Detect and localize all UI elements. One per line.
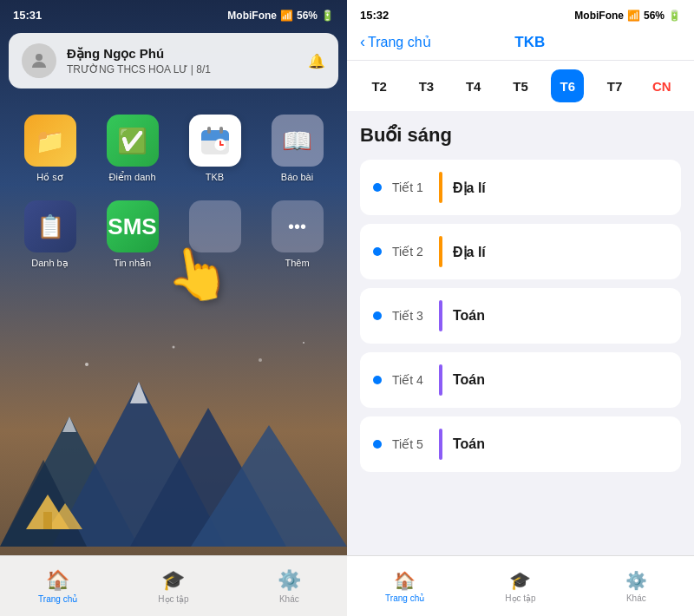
lesson-name-4: Toán [453, 372, 485, 388]
lesson-5[interactable]: Tiết 5 Toán [360, 416, 681, 472]
tab-khac-right[interactable]: ⚙️ Khác [579, 556, 694, 616]
school-info: TRƯỜNG THCS HOA LƯ | 8/1 [67, 63, 298, 75]
app-tin-nhan[interactable]: SMS Tin nhắn [100, 200, 165, 269]
day-t7[interactable]: T7 [599, 69, 632, 102]
battery-left: 56% [297, 10, 318, 22]
lesson-dot-5 [373, 440, 382, 449]
app-ho-so[interactable]: 📁 Hồ sơ [17, 115, 82, 183]
home-icon-left: 🏠 [46, 569, 69, 592]
time-left: 15:31 [13, 9, 42, 22]
study-icon-right: 🎓 [509, 570, 531, 591]
lesson-name-1: Địa lí [453, 180, 486, 196]
lesson-dot-2 [373, 247, 382, 256]
lesson-2[interactable]: Tiết 2 Địa lí [360, 224, 681, 279]
carrier-right: MobiFone [574, 10, 624, 22]
svg-point-19 [219, 144, 221, 146]
day-t3[interactable]: T3 [409, 69, 442, 102]
app-bao-bai[interactable]: 📖 Báo bài [265, 115, 330, 183]
svg-marker-6 [62, 416, 76, 432]
chevron-left-icon: ‹ [360, 33, 365, 51]
wifi-icon-right: 📶 [627, 10, 640, 22]
finger-cursor: 👆 [160, 238, 234, 310]
lesson-3[interactable]: Tiết 3 Toán [360, 288, 681, 344]
settings-icon-left: ⚙️ [278, 569, 301, 592]
lesson-bar-3 [439, 300, 442, 331]
lesson-number-4: Tiết 4 [392, 373, 429, 387]
svg-point-11 [173, 346, 175, 349]
tab-hoc-tap-label-left: Học tập [158, 594, 188, 604]
bottom-tabs-left: 🏠 Trang chủ 🎓 Học tập ⚙️ Khác [0, 555, 347, 616]
day-t6[interactable]: T6 [551, 69, 584, 102]
lesson-name-5: Toán [453, 436, 485, 452]
diem-danh-icon: ✅ [107, 115, 159, 167]
back-label: Trang chủ [368, 34, 431, 50]
bottom-tabs-right: 🏠 Trang chủ 🎓 Học tập ⚙️ Khác [347, 555, 694, 616]
status-icons-right: MobiFone 📶 56% 🔋 [574, 10, 681, 22]
day-t2[interactable]: T2 [363, 69, 396, 102]
tab-trang-chu-label-left: Trang chủ [38, 594, 77, 604]
lesson-1[interactable]: Tiết 1 Địa lí [360, 160, 681, 215]
tab-trang-chu-left[interactable]: 🏠 Trang chủ [0, 556, 115, 616]
ho-so-icon: 📁 [24, 115, 76, 167]
lesson-dot-4 [373, 376, 382, 384]
lesson-name-2: Địa lí [453, 244, 486, 260]
notification-card[interactable]: Đặng Ngọc Phú TRƯỜNG THCS HOA LƯ | 8/1 🔔 [9, 33, 338, 88]
svg-marker-5 [130, 382, 147, 403]
tin-nhan-label: Tin nhắn [114, 258, 151, 269]
carrier-left: MobiFone [227, 10, 277, 22]
tab-khac-label-left: Khác [279, 594, 299, 604]
day-t5[interactable]: T5 [504, 69, 537, 102]
settings-icon-right: ⚙️ [625, 570, 647, 591]
tab-khac-left[interactable]: ⚙️ Khác [232, 556, 347, 616]
day-t4[interactable]: T4 [457, 69, 490, 102]
battery-right: 56% [644, 10, 665, 22]
day-cn[interactable]: CN [645, 69, 678, 102]
lesson-bar-2 [439, 236, 442, 267]
app-diem-danh[interactable]: ✅ Điểm danh [100, 115, 165, 183]
lesson-number-1: Tiết 1 [392, 180, 429, 194]
lesson-bar-1 [439, 172, 442, 203]
svg-rect-17 [201, 136, 229, 141]
tab-trang-chu-label-right: Trang chủ [385, 593, 424, 603]
lesson-bar-5 [439, 429, 442, 460]
svg-point-12 [259, 358, 262, 362]
svg-rect-20 [207, 127, 211, 134]
battery-icon-right: 🔋 [668, 10, 681, 22]
svg-point-10 [85, 363, 88, 366]
bell-icon: 🔔 [308, 53, 325, 69]
app-tkb[interactable]: TKB [182, 115, 247, 183]
ho-so-label: Hồ sơ [36, 172, 63, 183]
study-icon-left: 🎓 [161, 569, 185, 592]
tab-khac-label-right: Khác [626, 593, 646, 603]
nav-bar: ‹ Trang chủ TKB [347, 26, 694, 61]
them-icon: ••• [272, 200, 324, 252]
page-title: TKB [514, 34, 545, 51]
notification-text: Đặng Ngọc Phú TRƯỜNG THCS HOA LƯ | 8/1 [67, 46, 298, 75]
schedule-content: Buổi sáng Tiết 1 Địa lí Tiết 2 Địa lí Ti… [347, 111, 694, 555]
tab-hoc-tap-left[interactable]: 🎓 Học tập [115, 556, 231, 616]
section-title: Buổi sáng [360, 124, 681, 147]
user-name: Đặng Ngọc Phú [67, 46, 298, 62]
back-button[interactable]: ‹ Trang chủ [360, 33, 431, 51]
danh-ba-label: Danh bạ [31, 258, 68, 269]
svg-point-14 [36, 54, 43, 61]
tkb-label: TKB [206, 172, 224, 182]
status-icons-left: MobiFone 📶 56% 🔋 [227, 10, 334, 22]
bao-bai-label: Báo bài [281, 172, 313, 182]
svg-point-13 [303, 342, 304, 344]
lesson-4[interactable]: Tiết 4 Toán [360, 352, 681, 408]
diem-danh-label: Điểm danh [108, 172, 155, 183]
day-tabs: T2 T3 T4 T5 T6 T7 CN [347, 61, 694, 111]
tab-hoc-tap-right[interactable]: 🎓 Học tập [462, 556, 578, 616]
user-avatar [22, 43, 56, 78]
danh-ba-icon: 📋 [24, 200, 76, 252]
lesson-dot-3 [373, 311, 382, 320]
tab-trang-chu-right[interactable]: 🏠 Trang chủ [347, 556, 462, 616]
wifi-icon-left: 📶 [280, 10, 293, 22]
status-bar-left: 15:31 MobiFone 📶 56% 🔋 [0, 0, 347, 26]
battery-icon-left: 🔋 [321, 10, 334, 22]
app-danh-ba[interactable]: 📋 Danh bạ [17, 200, 82, 269]
time-right: 15:32 [360, 9, 389, 22]
app-them[interactable]: ••• Thêm [265, 200, 330, 269]
svg-rect-9 [43, 512, 52, 529]
